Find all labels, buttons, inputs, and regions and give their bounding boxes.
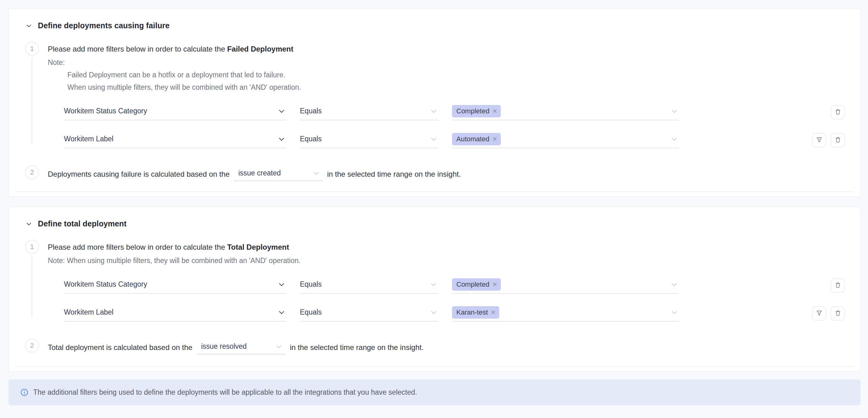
chevron-down-icon [670,135,679,144]
calc-basis-value: issue created [239,169,281,177]
step1-instruction-bold: Failed Deployment [227,45,293,53]
calc-basis-value: issue resolved [201,342,247,351]
chevron-down-icon [277,308,286,317]
remove-tag-icon[interactable]: ✕ [492,108,497,114]
chevron-down-icon [277,280,286,289]
stepper-rail: 1 [25,42,39,148]
section-header-failure[interactable]: Define deployments causing failure [25,21,845,30]
remove-tag-icon[interactable]: ✕ [491,309,496,316]
field-select-value: Workitem Label [64,308,113,317]
operator-select[interactable]: Equals [300,132,438,148]
chevron-down-icon[interactable] [25,22,33,30]
info-icon [20,388,29,396]
step2-text-before: Total deployment is calculated based on … [48,343,192,354]
note-line: Note: When using multiple filters, they … [48,257,845,265]
chevron-down-icon [277,107,286,116]
field-select[interactable]: Workitem Label [64,305,286,321]
section-title: Define total deployment [38,219,127,228]
step2-text-after: in the selected time range on the insigh… [290,343,424,354]
operator-select-value: Equals [300,280,321,289]
section-title: Define deployments causing failure [38,21,169,30]
chevron-down-icon [275,342,283,351]
filter-row: Workitem Label Equals Karan-test [64,305,845,321]
value-tag: Completed ✕ [452,105,501,117]
value-tag-label: Automated [456,135,489,143]
chevron-down-icon [429,308,438,317]
trash-icon [834,281,842,290]
delete-filter-button[interactable] [831,278,845,293]
delete-filter-button[interactable] [831,306,845,321]
chevron-down-icon[interactable] [25,220,33,228]
value-multiselect[interactable]: Automated ✕ [452,132,679,148]
operator-select[interactable]: Equals [300,104,438,120]
add-subfilter-button[interactable] [812,306,826,321]
step1-instruction-bold: Total Deployment [227,243,289,251]
field-select-value: Workitem Status Category [64,107,147,115]
trash-icon [834,136,842,144]
delete-filter-button[interactable] [831,105,845,119]
stepper-connector [32,256,32,318]
note-label: Note: [48,58,845,67]
trash-icon [834,309,842,318]
info-banner: The additional filters being used to def… [8,380,861,405]
calc-basis-select[interactable]: issue created [234,168,323,181]
chevron-down-icon [429,135,438,144]
step-number-badge: 1 [25,240,39,254]
step2-text-before: Deployments causing failure is calculate… [48,170,230,181]
add-subfilter-button[interactable] [812,133,826,147]
section-define-failure-deployments: Define deployments causing failure 1 Ple… [8,8,861,197]
field-select-value: Workitem Status Category [64,280,147,289]
step-number-badge: 2 [25,166,39,179]
field-select-value: Workitem Label [64,135,113,143]
step2-text-after: in the selected time range on the insigh… [327,170,461,181]
funnel-icon [815,136,823,144]
field-select[interactable]: Workitem Status Category [64,277,286,294]
value-tag-label: Completed [456,107,489,115]
remove-tag-icon[interactable]: ✕ [492,136,497,142]
step1-instruction: Please add more filters below in order t… [48,243,845,251]
value-multiselect[interactable]: Completed ✕ [452,277,679,294]
section-define-total-deployment: Define total deployment 1 Please add mor… [8,207,861,372]
chevron-down-icon [277,135,286,144]
delete-filter-button[interactable] [831,133,845,147]
deployment-settings-page: Define deployments causing failure 1 Ple… [0,0,868,418]
operator-select-value: Equals [300,135,321,143]
value-multiselect[interactable]: Completed ✕ [452,104,679,120]
filter-row: Workitem Label Equals Automated [64,132,845,148]
stepper-rail: 2 [25,166,39,181]
stepper-rail: 2 [25,339,39,354]
operator-select-value: Equals [300,308,321,317]
chevron-down-icon [429,107,438,116]
operator-select[interactable]: Equals [300,277,438,294]
step-number-badge: 1 [25,42,39,56]
note-line: When using multiple filters, they will b… [67,83,845,92]
stepper-rail: 1 [25,240,39,321]
value-tag: Completed ✕ [452,278,501,291]
value-tag: Karan-test ✕ [452,306,499,319]
chevron-down-icon [670,280,679,289]
chevron-down-icon [312,169,320,177]
filter-row: Workitem Status Category Equals Compl [64,277,845,294]
step1-instruction-text: Please add more filters below in order t… [48,243,227,251]
funnel-icon [815,309,823,318]
operator-select[interactable]: Equals [300,305,438,321]
field-select[interactable]: Workitem Status Category [64,104,286,120]
operator-select-value: Equals [300,107,321,115]
chevron-down-icon [429,280,438,289]
calc-basis-select[interactable]: issue resolved [197,341,286,354]
section-header-total[interactable]: Define total deployment [25,219,845,228]
step-number-badge: 2 [25,339,39,353]
stepper-connector [32,58,32,144]
remove-tag-icon[interactable]: ✕ [492,281,497,288]
field-select[interactable]: Workitem Label [64,132,286,148]
note-line: Failed Deployment can be a hotfix or a d… [67,71,845,79]
chevron-down-icon [670,107,679,116]
value-tag: Automated ✕ [452,133,501,145]
value-multiselect[interactable]: Karan-test ✕ [452,305,679,321]
trash-icon [834,108,842,116]
step1-instruction-text: Please add more filters below in order t… [48,45,227,53]
value-tag-label: Karan-test [456,308,488,317]
chevron-down-icon [670,308,679,317]
filter-row: Workitem Status Category Equals Compl [64,104,845,120]
value-tag-label: Completed [456,280,489,289]
